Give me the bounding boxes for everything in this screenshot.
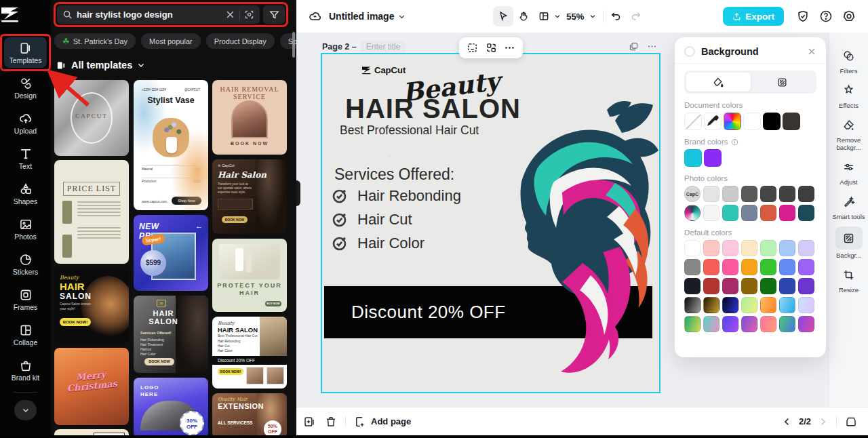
- swap-template-icon[interactable]: [486, 42, 497, 54]
- tool-rail-item-smart[interactable]: Smart tools: [831, 192, 867, 220]
- select-area-icon[interactable]: [467, 42, 478, 54]
- transparent-fill-tab[interactable]: [751, 73, 815, 92]
- tool-rail-item-resize[interactable]: Resize: [831, 265, 867, 294]
- color-swatch[interactable]: [763, 113, 781, 130]
- filter-chip[interactable]: Product Display: [206, 33, 275, 49]
- color-swatch[interactable]: [722, 297, 738, 313]
- color-swatch[interactable]: [722, 186, 738, 202]
- color-swatch[interactable]: [703, 297, 719, 313]
- template-card[interactable]: NEW PRODUCTS ← Super! $599: [134, 215, 208, 291]
- color-swatch[interactable]: [684, 278, 701, 294]
- settings-icon[interactable]: [842, 9, 856, 23]
- color-swatch[interactable]: [779, 316, 795, 332]
- sidebar-item-text[interactable]: Text: [4, 143, 47, 174]
- template-card[interactable]: PRICE LIST: [54, 160, 129, 264]
- capcut-logo[interactable]: [0, 5, 51, 23]
- filter-chip[interactable]: Most popular: [141, 33, 201, 49]
- color-swatch[interactable]: [798, 259, 814, 275]
- color-swatch[interactable]: [722, 205, 738, 221]
- color-swatch[interactable]: [703, 205, 719, 221]
- layout-chevron-icon[interactable]: [554, 13, 561, 20]
- color-swatch[interactable]: [722, 316, 738, 332]
- tool-rail-item-filters[interactable]: Filters: [831, 46, 867, 75]
- sidebar-item-brandkit[interactable]: Brand kit: [4, 355, 47, 385]
- select-tool[interactable]: [493, 6, 513, 26]
- info-icon[interactable]: [731, 138, 738, 146]
- help-icon[interactable]: [819, 9, 833, 23]
- image-search-icon[interactable]: [244, 9, 254, 20]
- layout-tool[interactable]: [534, 6, 554, 26]
- color-swatch[interactable]: [760, 259, 776, 275]
- zoom-level[interactable]: 55%: [566, 12, 584, 22]
- photo-thumb-design[interactable]: [684, 205, 701, 221]
- photo-thumb-capcut[interactable]: CapC: [684, 186, 701, 202]
- add-page-button[interactable]: Add page: [354, 416, 411, 428]
- sidebar-item-shapes[interactable]: Shapes: [4, 178, 47, 209]
- template-card[interactable]: HAIR REMOVAL SERVICE BOOK NOW: [212, 80, 287, 155]
- color-swatch[interactable]: [684, 149, 702, 167]
- color-swatch[interactable]: [779, 186, 795, 202]
- tool-rail-item-background[interactable]: Backgr...: [831, 226, 867, 259]
- color-swatch[interactable]: [798, 186, 814, 202]
- color-swatch[interactable]: [798, 278, 814, 294]
- sidebar-item-upload[interactable]: Upload: [4, 108, 47, 138]
- no-color-swatch[interactable]: [684, 113, 702, 130]
- toolbar-more-icon[interactable]: [504, 42, 515, 54]
- close-icon[interactable]: [807, 47, 816, 56]
- color-swatch[interactable]: [760, 240, 776, 256]
- template-card[interactable]: Merry Christmas: [54, 348, 129, 425]
- color-swatch[interactable]: [760, 205, 776, 221]
- color-swatch[interactable]: [741, 205, 757, 221]
- nav-collapse-button[interactable]: [14, 400, 37, 420]
- zoom-chevron-icon[interactable]: [589, 13, 596, 20]
- duplicate-page-icon[interactable]: [629, 41, 639, 52]
- export-button[interactable]: Export: [723, 7, 784, 26]
- search-input[interactable]: hair stylist logo design: [57, 5, 260, 24]
- color-swatch[interactable]: [779, 240, 795, 256]
- color-swatch[interactable]: [704, 149, 722, 167]
- color-swatch[interactable]: [684, 259, 701, 275]
- color-swatch[interactable]: [741, 186, 757, 202]
- hair-illustration[interactable]: [482, 99, 659, 384]
- solid-fill-tab[interactable]: [686, 73, 751, 92]
- cloud-save-icon[interactable]: [309, 9, 322, 23]
- color-swatch[interactable]: [741, 278, 757, 294]
- template-card[interactable]: Beauty HAIR SALON Best Professional Hair…: [212, 317, 287, 389]
- next-page-icon[interactable]: [818, 416, 828, 428]
- canvas-page[interactable]: CapCut Beauty HAIR SALON Best Profession…: [322, 54, 659, 392]
- color-swatch[interactable]: [779, 259, 795, 275]
- design-brand-logo[interactable]: CapCut: [361, 65, 406, 75]
- title-chevron-icon[interactable]: [398, 13, 406, 20]
- sidebar-item-templates[interactable]: Templates: [4, 37, 47, 68]
- color-swatch[interactable]: [741, 316, 757, 332]
- color-swatch[interactable]: [798, 240, 814, 256]
- page-more-icon[interactable]: [647, 41, 657, 52]
- filter-button[interactable]: [263, 5, 285, 24]
- color-swatch[interactable]: [779, 278, 795, 294]
- color-swatch[interactable]: [684, 316, 701, 332]
- color-swatch[interactable]: [684, 297, 701, 313]
- color-swatch[interactable]: [760, 297, 776, 313]
- color-swatch[interactable]: [722, 259, 738, 275]
- template-card[interactable]: LOGOHERE 30%OFF: [134, 378, 208, 438]
- color-swatch[interactable]: [684, 240, 701, 256]
- template-card[interactable]: Quality Hair EXTENSION ALL SERVICESS 50%…: [212, 393, 287, 438]
- color-swatch[interactable]: [703, 259, 719, 275]
- color-swatch[interactable]: [703, 316, 719, 332]
- design-subtitle-text[interactable]: Best Professional Hair Cut: [340, 123, 479, 138]
- pages-tray-icon[interactable]: [845, 416, 857, 428]
- color-swatch[interactable]: [798, 297, 814, 313]
- hand-tool[interactable]: [513, 6, 534, 26]
- color-swatch[interactable]: [798, 316, 814, 332]
- color-swatch[interactable]: [783, 113, 800, 130]
- rainbow-swatch[interactable]: [724, 113, 741, 130]
- color-swatch[interactable]: [743, 113, 761, 130]
- tool-rail-item-removebg[interactable]: Remove backgr...: [831, 115, 867, 151]
- page-title-input[interactable]: Enter title: [361, 41, 406, 53]
- design-services-heading[interactable]: Services Offered:: [334, 165, 454, 184]
- sidebar-item-frames[interactable]: Frames: [4, 284, 47, 315]
- template-card[interactable]: CAPCUT: [54, 80, 129, 156]
- sidebar-item-design[interactable]: Design: [4, 73, 47, 103]
- color-swatch[interactable]: [703, 278, 719, 294]
- template-card[interactable]: +1234-1234-1234@CAPCUT Stylist Vase Mate…: [134, 80, 208, 210]
